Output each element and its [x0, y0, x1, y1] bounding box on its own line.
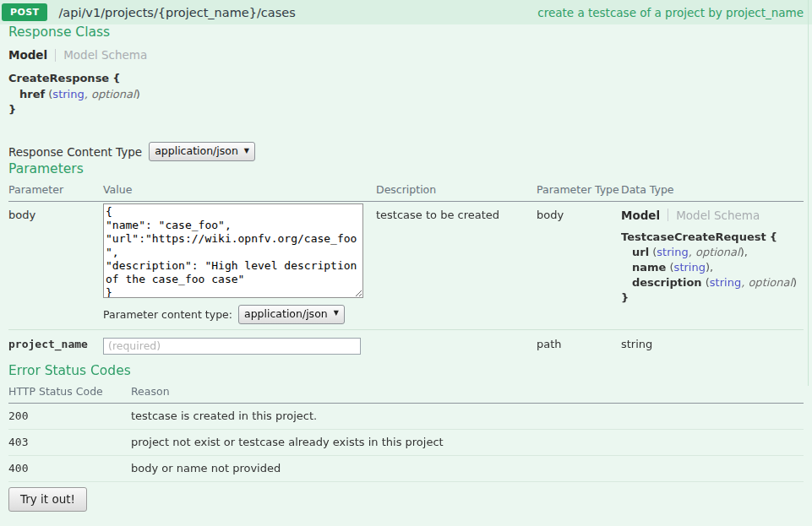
parameter-content-type-label: Parameter content type:: [103, 308, 232, 321]
signature-property: name (string),: [621, 260, 804, 275]
parameters-heading: Parameters: [8, 161, 804, 177]
tab-separator: [668, 209, 668, 221]
signature-property: description (string, optional): [621, 275, 804, 290]
param-type: path: [537, 330, 621, 363]
column-header-parameter: Parameter: [8, 181, 103, 202]
selected-option: application/json: [155, 144, 238, 158]
panel-right-border: [808, 0, 809, 386]
tab-model[interactable]: Model: [621, 209, 660, 222]
response-content-type-select[interactable]: application/json ▼: [149, 142, 255, 161]
param-data-type: string: [621, 330, 804, 363]
status-reason: body or name not provided: [131, 456, 804, 482]
error-codes-table: HTTP Status Code Reason 200 testcase is …: [8, 382, 804, 482]
signature-close-line: }: [621, 290, 804, 306]
column-header-value: Value: [103, 181, 376, 202]
column-header-description: Description: [376, 181, 537, 202]
column-header-http-status-code: HTTP Status Code: [8, 382, 131, 404]
param-type: body: [537, 202, 621, 330]
chevron-down-icon: ▼: [334, 309, 339, 317]
param-description: [376, 330, 537, 363]
try-it-out-button[interactable]: Try it out!: [8, 487, 87, 512]
selected-option: application/json: [244, 307, 328, 321]
signature-property: href (string, optional): [8, 87, 804, 102]
status-reason: project not exist or testcase already ex…: [131, 430, 804, 456]
parameter-content-type-select[interactable]: application/json ▼: [238, 305, 345, 324]
parameter-content-type-row: Parameter content type: application/json…: [103, 305, 376, 324]
tab-model-schema[interactable]: Model Schema: [676, 209, 760, 222]
endpoint-path[interactable]: /api/v1/projects/{project_name}/cases: [58, 6, 295, 19]
param-name-project-name: project_name: [8, 330, 103, 363]
param-data-type-cell: Model Model Schema TestcaseCreateRequest…: [621, 202, 804, 330]
status-code: 400: [8, 456, 131, 482]
chevron-down-icon: ▼: [244, 147, 249, 155]
body-model-tabs: Model Model Schema: [621, 209, 804, 222]
column-header-reason: Reason: [131, 382, 804, 404]
response-content-type-label: Response Content Type: [8, 145, 142, 159]
response-content-type-row: Response Content Type application/json ▼: [8, 142, 804, 161]
status-reason: testcase is created in this project.: [131, 404, 804, 430]
signature-open-line: TestcaseCreateRequest {: [621, 230, 804, 245]
body-value-textarea[interactable]: { "name": "case_foo", "url":"https://wik…: [103, 203, 363, 298]
response-model-tabs: Model Model Schema: [8, 48, 804, 62]
tab-model[interactable]: Model: [8, 48, 47, 62]
param-value-cell: [103, 330, 376, 363]
signature-close-line: }: [8, 102, 804, 117]
operation-content: Response Class Model Model Schema Create…: [0, 24, 812, 512]
response-model-signature: CreateResponse { href (string, optional)…: [8, 71, 804, 117]
response-class-heading: Response Class: [8, 24, 804, 41]
project-name-input[interactable]: [103, 338, 361, 355]
operation-summary-link[interactable]: create a testcase of a project by projec…: [537, 6, 804, 19]
tab-model-schema[interactable]: Model Schema: [63, 48, 147, 62]
signature-property: url (string, optional),: [621, 245, 804, 260]
error-status-codes-heading: Error Status Codes: [8, 363, 804, 379]
param-name-body: body: [8, 202, 103, 330]
param-description: testcase to be created: [376, 202, 537, 330]
http-method-badge[interactable]: POST: [2, 3, 47, 21]
status-code: 200: [8, 404, 131, 430]
operation-header: POST /api/v1/projects/{project_name}/cas…: [0, 0, 812, 24]
signature-open-line: CreateResponse {: [8, 71, 804, 86]
param-value-cell: { "name": "case_foo", "url":"https://wik…: [103, 202, 376, 330]
parameters-table: Parameter Value Description Parameter Ty…: [8, 181, 804, 363]
tab-separator: [55, 49, 56, 62]
column-header-parameter-type: Parameter Type: [537, 181, 621, 202]
body-model-signature: TestcaseCreateRequest { url (string, opt…: [621, 230, 804, 306]
status-code: 403: [8, 430, 131, 456]
column-header-data-type: Data Type: [621, 181, 804, 202]
